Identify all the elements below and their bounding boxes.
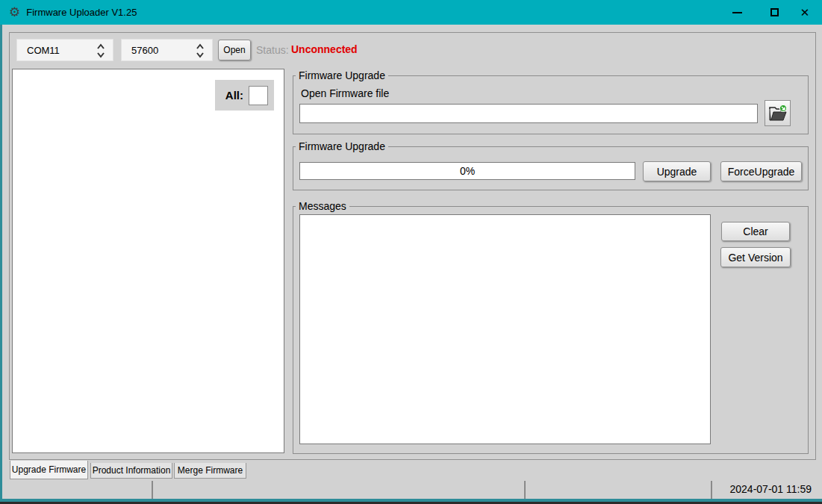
statusbar: 2024-07-01 11:59 bbox=[2, 481, 822, 499]
status-value: Unconnected bbox=[291, 43, 358, 55]
upgrade-group-title: Firmware Upgrade bbox=[296, 140, 388, 153]
com-port-select[interactable]: COM11 bbox=[16, 39, 113, 61]
open-firmware-file-label: Open Firmware file bbox=[301, 87, 389, 99]
statusbar-divider bbox=[711, 481, 712, 499]
baud-rate-value: 57600 bbox=[131, 45, 158, 56]
minimize-icon bbox=[732, 12, 742, 13]
tab-merge-firmware[interactable]: Merge Firmware bbox=[174, 463, 246, 479]
baud-rate-select[interactable]: 57600 bbox=[121, 39, 213, 61]
maximize-icon bbox=[770, 8, 779, 16]
window-border-left bbox=[0, 25, 2, 502]
force-upgrade-button[interactable]: ForceUpgrade bbox=[720, 161, 802, 181]
com-port-value: COM11 bbox=[27, 45, 60, 56]
titlebar: ⚙ Firmware Uploader V1.25 bbox=[0, 0, 822, 25]
statusbar-datetime: 2024-07-01 11:59 bbox=[730, 483, 812, 495]
upgrade-button[interactable]: Upgrade bbox=[643, 161, 711, 181]
open-port-button[interactable]: Open bbox=[218, 40, 251, 60]
select-all-checkbox[interactable] bbox=[249, 86, 268, 105]
get-version-button[interactable]: Get Version bbox=[720, 247, 791, 267]
tab-upgrade-firmware[interactable]: Upgrade Firmware bbox=[10, 461, 88, 479]
close-button[interactable]: ✕ bbox=[792, 0, 818, 25]
upgrade-progressbar: 0% bbox=[299, 162, 635, 180]
com-port-spinner-icon[interactable] bbox=[96, 43, 106, 59]
app-gear-icon: ⚙ bbox=[9, 6, 20, 19]
tab-product-information[interactable]: Product Information bbox=[90, 463, 172, 479]
close-icon: ✕ bbox=[800, 7, 810, 18]
firmware-file-group-title: Firmware Upgrade bbox=[296, 69, 388, 82]
window-title: Firmware Uploader V1.25 bbox=[26, 7, 137, 18]
messages-group-title: Messages bbox=[296, 200, 349, 213]
minimize-button[interactable] bbox=[724, 0, 750, 25]
firmware-file-input[interactable] bbox=[299, 104, 758, 123]
statusbar-divider bbox=[524, 481, 526, 499]
select-all-label: All: bbox=[225, 89, 243, 102]
select-all-container: All: bbox=[215, 80, 274, 111]
browse-file-button[interactable] bbox=[765, 100, 791, 126]
status-label: Status: bbox=[256, 44, 289, 56]
open-folder-icon bbox=[768, 105, 788, 122]
device-list-panel[interactable] bbox=[12, 69, 284, 453]
statusbar-divider bbox=[152, 481, 153, 499]
messages-textarea[interactable] bbox=[299, 214, 711, 444]
progress-text: 0% bbox=[460, 165, 475, 177]
clear-button[interactable]: Clear bbox=[721, 222, 790, 241]
baud-rate-spinner-icon[interactable] bbox=[195, 43, 205, 59]
maximize-button[interactable] bbox=[762, 0, 787, 25]
